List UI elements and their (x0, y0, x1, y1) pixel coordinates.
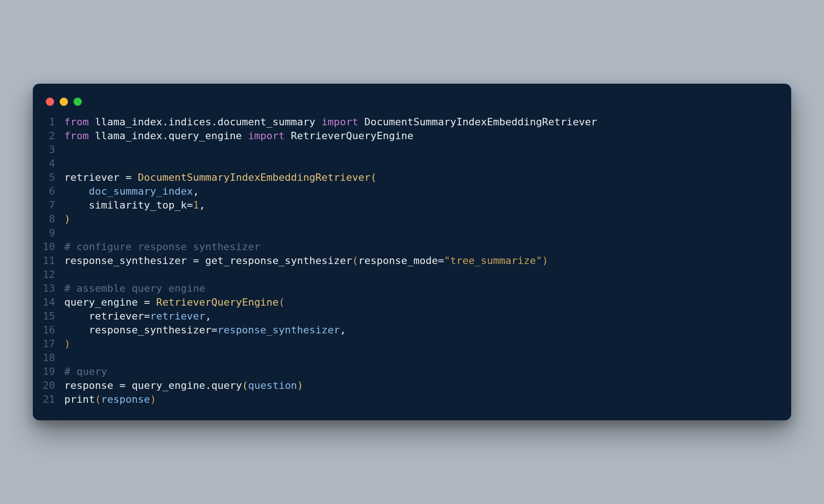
code-token: DocumentSummaryIndexEmbeddingRetriever (138, 172, 370, 183)
code-token: response_synthesizer (217, 324, 340, 336)
code-token: response_synthesizer (89, 324, 211, 336)
code-line[interactable]: 13# assemble query engine (42, 282, 782, 295)
code-token (187, 255, 193, 266)
code-line[interactable]: 5retriever = DocumentSummaryIndexEmbeddi… (42, 171, 782, 184)
code-token: ( (242, 380, 248, 391)
code-token: = (438, 255, 444, 266)
code-token: retriever (89, 310, 144, 322)
code-token: ) (542, 255, 548, 266)
code-token: = (211, 324, 217, 336)
line-number: 7 (42, 198, 64, 212)
code-line[interactable]: 16 response_synthesizer=response_synthes… (42, 323, 782, 337)
code-line[interactable]: 9 (42, 226, 782, 240)
code-line-content[interactable]: response = query_engine.query(question) (64, 379, 303, 393)
code-line-content[interactable]: response_synthesizer = get_response_synt… (64, 254, 548, 268)
code-token: RetrieverQueryEngine (156, 296, 279, 308)
code-editor-window: 1from llama_index.indices.document_summa… (33, 84, 791, 420)
code-line[interactable]: 7 similarity_top_k=1, (42, 198, 782, 212)
code-token: ( (370, 172, 376, 183)
code-line-content[interactable]: similarity_top_k=1, (64, 198, 205, 212)
code-token: ) (64, 213, 70, 225)
code-line[interactable]: 20response = query_engine.query(question… (42, 379, 782, 393)
code-line-content[interactable]: ) (64, 337, 70, 351)
code-line[interactable]: 2from llama_index.query_engine import Re… (42, 129, 782, 143)
window-close-button[interactable] (46, 98, 54, 106)
code-token: similarity_top_k (89, 199, 187, 211)
code-token: query_engine (132, 380, 205, 391)
code-token: response_synthesizer (64, 255, 187, 266)
code-line-content[interactable] (64, 351, 70, 365)
code-token: import (321, 116, 358, 128)
code-token: . (205, 380, 211, 391)
code-token (242, 130, 248, 141)
code-line-content[interactable]: # assemble query engine (64, 282, 205, 295)
code-line[interactable]: 10# configure response synthesizer (42, 240, 782, 254)
code-line[interactable]: 11response_synthesizer = get_response_sy… (42, 254, 782, 268)
code-token: response (101, 393, 150, 405)
code-token: doc_summary_index (89, 185, 193, 197)
code-token: = (125, 172, 131, 183)
code-line[interactable]: 1from llama_index.indices.document_summa… (42, 115, 782, 129)
code-line-content[interactable]: response_synthesizer=response_synthesize… (64, 323, 346, 337)
line-number: 9 (42, 226, 64, 240)
code-line-content[interactable] (64, 268, 70, 282)
code-line-content[interactable]: retriever=retriever, (64, 309, 211, 323)
code-line[interactable]: 12 (42, 268, 782, 282)
code-token (64, 324, 89, 336)
code-token: llama_index.indices.document_summary (95, 116, 315, 128)
code-token: ( (95, 393, 101, 405)
line-number: 16 (42, 323, 64, 337)
code-token: ) (150, 393, 156, 405)
code-token: # configure response synthesizer (64, 241, 260, 252)
code-token: llama_index.query_engine (95, 130, 242, 141)
code-token: from (64, 116, 89, 128)
code-area[interactable]: 1from llama_index.indices.document_summa… (33, 115, 791, 406)
line-number: 5 (42, 171, 64, 184)
code-line[interactable]: 17) (42, 337, 782, 351)
code-token (113, 380, 119, 391)
code-line-content[interactable]: retriever = DocumentSummaryIndexEmbeddin… (64, 171, 377, 184)
window-zoom-button[interactable] (74, 98, 82, 106)
code-line-content[interactable]: from llama_index.indices.document_summar… (64, 115, 597, 129)
code-token: 1 (193, 199, 199, 211)
code-token: , (193, 185, 199, 197)
code-line-content[interactable]: ) (64, 212, 70, 226)
line-number: 15 (42, 309, 64, 323)
window-minimize-button[interactable] (60, 98, 68, 106)
code-line[interactable]: 18 (42, 351, 782, 365)
line-number: 17 (42, 337, 64, 351)
code-token (64, 310, 89, 322)
code-line-content[interactable] (64, 226, 70, 240)
code-token: get_response_synthesizer (205, 255, 352, 266)
code-line-content[interactable]: print(response) (64, 393, 156, 406)
code-line[interactable]: 21print(response) (42, 393, 782, 406)
code-token (64, 185, 89, 197)
code-line-content[interactable] (64, 157, 70, 171)
code-token: = (144, 296, 150, 308)
code-line-content[interactable]: from llama_index.query_engine import Ret… (64, 129, 413, 143)
code-line[interactable]: 19# query (42, 365, 782, 379)
code-token (89, 116, 95, 128)
code-token (132, 172, 138, 183)
line-number: 18 (42, 351, 64, 365)
code-token: ( (279, 296, 285, 308)
code-line-content[interactable]: query_engine = RetrieverQueryEngine( (64, 295, 285, 309)
code-token: , (340, 324, 346, 336)
line-number: 3 (42, 143, 64, 157)
code-token: query (211, 380, 242, 391)
code-line-content[interactable]: # query (64, 365, 107, 379)
code-line-content[interactable] (64, 143, 70, 157)
code-line[interactable]: 15 retriever=retriever, (42, 309, 782, 323)
code-token: # assemble query engine (64, 283, 205, 294)
code-line[interactable]: 8) (42, 212, 782, 226)
code-token: "tree_summarize" (444, 255, 542, 266)
code-line-content[interactable]: # configure response synthesizer (64, 240, 260, 254)
code-token: query_engine (64, 296, 138, 308)
code-token: = (187, 199, 193, 211)
code-line[interactable]: 3 (42, 143, 782, 157)
code-line[interactable]: 6 doc_summary_index, (42, 184, 782, 198)
code-token: RetrieverQueryEngine (291, 130, 413, 141)
code-line[interactable]: 14query_engine = RetrieverQueryEngine( (42, 295, 782, 309)
code-line[interactable]: 4 (42, 157, 782, 171)
code-line-content[interactable]: doc_summary_index, (64, 184, 199, 198)
